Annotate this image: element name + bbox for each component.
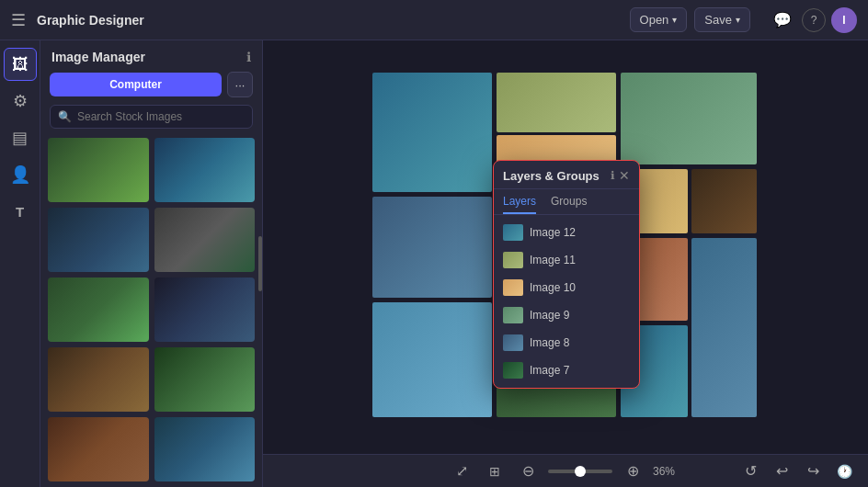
- layer-label-4: Image 8: [530, 336, 569, 349]
- slider-thumb[interactable]: [575, 466, 586, 477]
- grid-row-0: [48, 138, 255, 202]
- tab-layers[interactable]: Layers: [503, 195, 536, 214]
- computer-button[interactable]: Computer: [50, 73, 222, 96]
- layer-thumb-0: [503, 224, 523, 241]
- zoom-slider[interactable]: [548, 470, 612, 473]
- grid-image-0-1[interactable]: [154, 138, 256, 202]
- panel-title: Image Manager: [51, 50, 241, 64]
- grid-row-3: [48, 347, 255, 412]
- popup-header: Layers & Groups ℹ ✕: [494, 161, 639, 189]
- menu-icon[interactable]: ☰: [11, 10, 26, 30]
- left-panel: Image Manager ℹ Computer ··· 🔍 Search St…: [40, 40, 263, 487]
- zoom-out-icon[interactable]: ⊖: [515, 459, 541, 484]
- layers-groups-popup: Layers & Groups ℹ ✕ Layers Groups Image …: [493, 160, 640, 389]
- layer-item-3[interactable]: Image 9: [494, 301, 639, 329]
- sidebar-item-image-manager[interactable]: 🖼: [4, 48, 37, 81]
- bottom-bar: ⤢ ⊞ ⊖ ⊕ 36% ↺ ↩ ↪ 🕐: [263, 454, 868, 487]
- tab-groups[interactable]: Groups: [551, 195, 587, 214]
- grid-image-2-0[interactable]: [48, 277, 149, 342]
- popup-tabs: Layers Groups: [494, 189, 639, 215]
- topbar: ☰ Graphic Designer Open ▾ Save ▾ 💬 ? I: [0, 0, 868, 40]
- chat-icon[interactable]: 💬: [769, 6, 796, 34]
- open-chevron-icon: ▾: [672, 15, 677, 25]
- topbar-actions: Open ▾ Save ▾: [630, 7, 750, 32]
- redo-icon[interactable]: ↪: [800, 459, 826, 484]
- grid-image-2-1[interactable]: [154, 277, 256, 342]
- layer-thumb-2: [503, 279, 523, 296]
- layers-list: Image 12Image 11Image 10Image 9Image 8Im…: [494, 215, 639, 388]
- refresh-icon[interactable]: ↺: [737, 459, 763, 484]
- history-controls: ↺ ↩ ↪ 🕐: [737, 459, 857, 484]
- search-icon: 🔍: [58, 110, 72, 123]
- layer-item-2[interactable]: Image 10: [494, 274, 639, 301]
- save-chevron-icon: ▾: [736, 15, 740, 25]
- layer-label-2: Image 10: [530, 281, 576, 294]
- grid-row-2: [48, 277, 255, 342]
- canvas-area: Layers & Groups ℹ ✕ Layers Groups Image …: [263, 40, 868, 487]
- layer-thumb-1: [503, 252, 523, 268]
- main-area: 🖼 ⚙ ▤ 👤 T Image Manager ℹ Computer ··· 🔍…: [0, 40, 868, 487]
- layer-item-0[interactable]: Image 12: [494, 219, 639, 246]
- collage-cell-8[interactable]: [372, 302, 492, 417]
- layer-thumb-4: [503, 334, 523, 351]
- layer-thumb-3: [503, 307, 523, 323]
- grid-image-4-1[interactable]: [154, 417, 256, 481]
- save-button[interactable]: Save ▾: [694, 7, 750, 32]
- fit-icon[interactable]: ⤢: [449, 459, 474, 484]
- collage-cell-0[interactable]: [372, 73, 492, 192]
- sidebar-item-layout[interactable]: ▤: [4, 121, 37, 154]
- undo-icon[interactable]: ↩: [769, 459, 794, 484]
- collage-cell-3[interactable]: [621, 73, 757, 164]
- topbar-icon-group: 💬 ? I: [769, 6, 857, 34]
- layer-label-1: Image 11: [530, 254, 576, 266]
- image-grid: [40, 138, 262, 487]
- collage-cell-1[interactable]: [497, 73, 616, 132]
- grid-row-4: [48, 417, 255, 481]
- popup-title: Layers & Groups: [503, 169, 607, 183]
- grid-image-4-0[interactable]: [48, 417, 149, 481]
- grid-image-1-1[interactable]: [154, 208, 256, 272]
- scroll-indicator: [258, 236, 262, 291]
- grid-image-3-1[interactable]: [154, 347, 256, 412]
- crop-icon[interactable]: ⊞: [482, 459, 508, 484]
- collage-cell-11[interactable]: [691, 238, 757, 417]
- layer-label-5: Image 7: [530, 364, 569, 377]
- icon-rail: 🖼 ⚙ ▤ 👤 T: [0, 40, 40, 487]
- panel-header: Image Manager ℹ: [40, 40, 262, 72]
- app-title: Graphic Designer: [37, 13, 619, 28]
- open-button[interactable]: Open ▾: [630, 7, 688, 32]
- history-icon[interactable]: 🕐: [831, 459, 857, 484]
- grid-image-1-0[interactable]: [48, 208, 149, 272]
- grid-row-1: [48, 208, 255, 272]
- layer-item-5[interactable]: Image 7: [494, 357, 639, 384]
- collage-cell-4[interactable]: [372, 197, 492, 298]
- search-bar[interactable]: 🔍 Search Stock Images: [50, 105, 253, 129]
- more-button[interactable]: ···: [227, 72, 253, 97]
- grid-image-3-0[interactable]: [48, 347, 149, 412]
- sidebar-item-people[interactable]: 👤: [4, 158, 37, 191]
- panel-info-icon[interactable]: ℹ: [246, 50, 251, 64]
- sidebar-item-text[interactable]: T: [4, 195, 37, 228]
- popup-info-icon[interactable]: ℹ: [611, 169, 615, 182]
- layer-item-4[interactable]: Image 8: [494, 329, 639, 357]
- zoom-percent: 36%: [653, 465, 682, 478]
- zoom-in-icon[interactable]: ⊕: [620, 459, 645, 484]
- search-placeholder: Search Stock Images: [77, 110, 182, 123]
- popup-close-icon[interactable]: ✕: [619, 168, 630, 183]
- help-icon[interactable]: ?: [802, 8, 826, 32]
- avatar[interactable]: I: [831, 7, 857, 33]
- panel-controls: Computer ···: [40, 72, 262, 105]
- layer-item-1[interactable]: Image 11: [494, 246, 639, 274]
- canvas-container: Layers & Groups ℹ ✕ Layers Groups Image …: [263, 40, 868, 454]
- layer-label-3: Image 9: [530, 309, 569, 322]
- sidebar-item-filters[interactable]: ⚙: [4, 85, 37, 118]
- layer-thumb-5: [503, 362, 523, 379]
- slider-track: [548, 470, 612, 473]
- grid-image-0-0[interactable]: [48, 138, 149, 202]
- collage-cell-7[interactable]: [691, 169, 757, 233]
- layer-label-0: Image 12: [530, 226, 576, 239]
